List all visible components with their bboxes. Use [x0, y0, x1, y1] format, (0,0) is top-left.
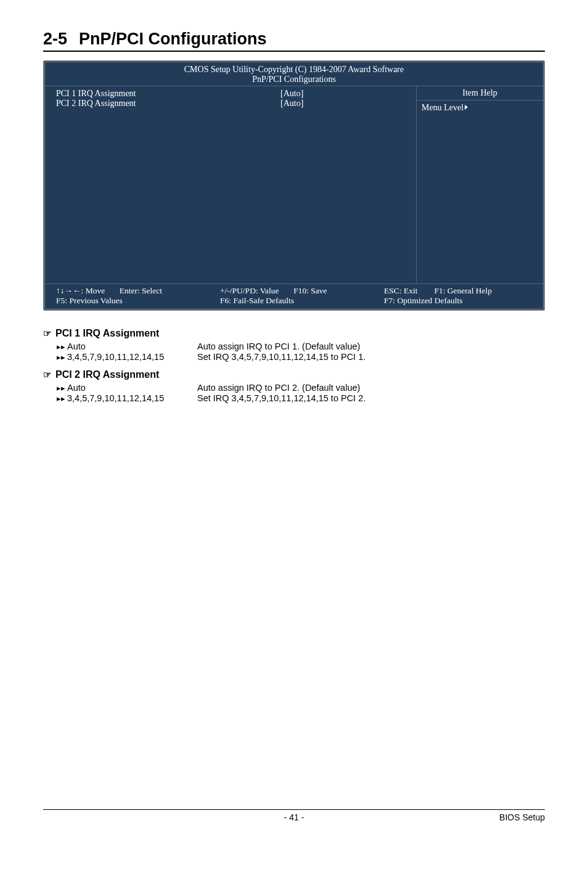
page-footer: - 41 - BIOS Setup [43, 809, 545, 822]
bios-center-column: [Auto] [Auto] [280, 86, 416, 284]
bios-footer-col1: ↑↓→←: Move Enter: Select F5: Previous Va… [56, 286, 209, 306]
page-number: - 41 - [43, 812, 545, 822]
option-heading: ☞PCI 1 IRQ Assignment [43, 328, 545, 339]
bios-help-text: Menu Level [422, 103, 463, 112]
bios-help-body: Menu Level [417, 100, 543, 115]
footer-optimized: F7: Optimized Defaults [384, 296, 462, 305]
pointing-hand-icon: ☞ [43, 328, 53, 339]
option-key: ▸▸ Auto [57, 383, 197, 393]
option-heading: ☞PCI 2 IRQ Assignment [43, 369, 545, 380]
double-arrow-icon: ▸▸ [57, 342, 65, 351]
bios-left-column: PCI 1 IRQ Assignment PCI 2 IRQ Assignmen… [45, 86, 280, 284]
option-row: ▸▸ Auto Auto assign IRQ to PCI 2. (Defau… [57, 383, 545, 393]
right-triangle-icon [465, 105, 468, 110]
section-title: 2-5PnP/PCI Configurations [43, 30, 545, 52]
double-arrow-icon: ▸▸ [57, 394, 65, 403]
double-arrow-icon: ▸▸ [57, 383, 65, 393]
footer-enter: Enter: Select [120, 286, 162, 295]
footer-failsafe: F6: Fail-Safe Defaults [220, 296, 294, 305]
option-heading-text: PCI 1 IRQ Assignment [55, 328, 159, 338]
option-key: ▸▸ 3,4,5,7,9,10,11,12,14,15 [57, 352, 197, 362]
bios-footer-col2: +/-/PU/PD: Value F10: Save F6: Fail-Safe… [220, 286, 373, 306]
footer-move: ↑↓→←: Move [56, 286, 105, 295]
bios-row-value: [Auto] [280, 99, 416, 108]
option-key: ▸▸ Auto [57, 341, 197, 351]
bios-row-label: PCI 2 IRQ Assignment [56, 99, 274, 108]
option-label: Auto [67, 383, 86, 393]
option-row: ▸▸ Auto Auto assign IRQ to PCI 1. (Defau… [57, 341, 545, 351]
bios-header-line1: CMOS Setup Utility-Copyright (C) 1984-20… [45, 65, 543, 75]
bios-help-panel: Item Help Menu Level [416, 86, 543, 284]
bios-footer-col3: ESC: Exit F1: General Help F7: Optimized… [384, 286, 537, 306]
pointing-hand-icon: ☞ [43, 369, 53, 380]
option-description: Auto assign IRQ to PCI 2. (Default value… [197, 383, 545, 393]
section-number: 2-5 [43, 30, 79, 49]
section-heading-text: PnP/PCI Configurations [79, 30, 267, 48]
footer-general: F1: General Help [434, 286, 492, 295]
option-key: ▸▸ 3,4,5,7,9,10,11,12,14,15 [57, 393, 197, 403]
option-description: Auto assign IRQ to PCI 1. (Default value… [197, 341, 545, 351]
footer-esc: ESC: Exit [384, 286, 417, 295]
bios-help-title: Item Help [417, 86, 543, 100]
option-description: Set IRQ 3,4,5,7,9,10,11,12,14,15 to PCI … [197, 393, 545, 403]
option-description: Set IRQ 3,4,5,7,9,10,11,12,14,15 to PCI … [197, 352, 545, 362]
footer-value: +/-/PU/PD: Value [220, 286, 279, 295]
footer-prev: F5: Previous Values [56, 296, 123, 305]
bios-header-line2: PnP/PCI Configurations [45, 75, 543, 84]
option-label: 3,4,5,7,9,10,11,12,14,15 [67, 393, 164, 403]
bios-screen: CMOS Setup Utility-Copyright (C) 1984-20… [43, 60, 545, 311]
double-arrow-icon: ▸▸ [57, 353, 65, 362]
bios-row-label: PCI 1 IRQ Assignment [56, 89, 274, 99]
option-heading-text: PCI 2 IRQ Assignment [55, 369, 159, 380]
bios-header: CMOS Setup Utility-Copyright (C) 1984-20… [45, 62, 543, 86]
bios-footer: ↑↓→←: Move Enter: Select F5: Previous Va… [45, 284, 543, 309]
footer-save: F10: Save [293, 286, 327, 295]
options-block: ☞PCI 1 IRQ Assignment ▸▸ Auto Auto assig… [57, 328, 545, 403]
option-row: ▸▸ 3,4,5,7,9,10,11,12,14,15 Set IRQ 3,4,… [57, 352, 545, 362]
option-label: Auto [67, 341, 86, 351]
page: 2-5PnP/PCI Configurations CMOS Setup Uti… [0, 0, 588, 838]
option-row: ▸▸ 3,4,5,7,9,10,11,12,14,15 Set IRQ 3,4,… [57, 393, 545, 403]
option-label: 3,4,5,7,9,10,11,12,14,15 [67, 352, 164, 362]
bios-body: PCI 1 IRQ Assignment PCI 2 IRQ Assignmen… [45, 86, 543, 284]
bios-row-value: [Auto] [280, 89, 416, 99]
